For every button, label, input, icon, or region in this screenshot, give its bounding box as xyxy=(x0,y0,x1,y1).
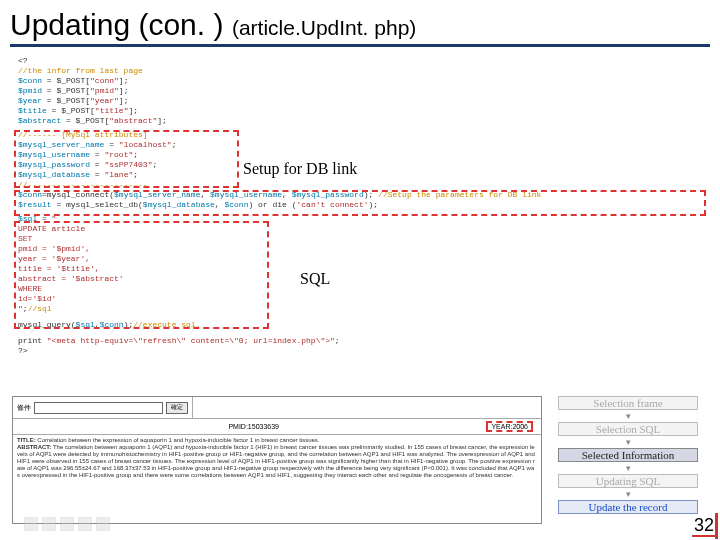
code-line: $pmid = $_POST["pmid"]; xyxy=(18,86,700,96)
search-button[interactable]: 確定 xyxy=(166,402,188,414)
pmid-value: 15033639 xyxy=(248,423,279,430)
highlight-box-mysql-attrs xyxy=(14,130,239,188)
highlight-box-sql xyxy=(14,221,269,329)
arrow-down-icon: ▾ xyxy=(558,465,698,471)
code-line: //the infor from last page xyxy=(18,66,700,76)
year-highlight: YEAR:2006 xyxy=(486,421,533,432)
year-label: YEAR: xyxy=(491,423,512,430)
code-line: print "<meta http-equiv=\"refresh\" cont… xyxy=(18,336,700,346)
slide-title: Updating (con. ) xyxy=(10,8,223,41)
form-preview: 條件 確定 PMID:15033639 YEAR:2006 TITLE: Cor… xyxy=(12,396,542,524)
arrow-down-icon: ▾ xyxy=(558,413,698,419)
code-line: <? xyxy=(18,56,700,66)
search-input[interactable] xyxy=(34,402,163,414)
code-line: $year = $_POST["year"]; xyxy=(18,96,700,106)
title-text: Correlation between the expression of aq… xyxy=(37,437,319,443)
flow-step-selection-sql: Selection SQL xyxy=(558,422,698,436)
title-label: TITLE: xyxy=(17,437,36,443)
abstract-text: The correlation between aquaporin 1 (AQP… xyxy=(17,444,535,478)
slide-title-bar: Updating (con. ) (article.UpdInt. php) xyxy=(10,8,710,47)
abstract-label: ABSTRACT: xyxy=(17,444,51,450)
slide-subtitle: (article.UpdInt. php) xyxy=(232,16,416,39)
pmid-label: PMID: xyxy=(228,423,247,430)
flow-step-selected-info: Selected Information xyxy=(558,448,698,462)
form-id-row: PMID:15033639 YEAR:2006 xyxy=(13,419,541,435)
footer-watermark xyxy=(24,516,164,532)
annotation-sql: SQL xyxy=(300,270,330,288)
code-line: $abstract = $_POST["abstract"]; xyxy=(18,116,700,126)
search-label: 條件 xyxy=(17,403,31,413)
form-search-row: 條件 確定 xyxy=(13,397,541,419)
annotation-setup: Setup for DB link xyxy=(243,160,357,178)
flow-panel: Selection frame ▾ Selection SQL ▾ Select… xyxy=(558,396,698,514)
year-value: 2006 xyxy=(512,423,528,430)
flow-step-update-record: Update the record xyxy=(558,500,698,514)
page-number: 32 xyxy=(694,515,714,536)
arrow-down-icon: ▾ xyxy=(558,439,698,445)
form-body: TITLE: Correlation between the expressio… xyxy=(13,435,541,481)
code-line: $title = $_POST["title"]; xyxy=(18,106,700,116)
code-line: ?> xyxy=(18,346,700,356)
flow-step-selection-frame: Selection frame xyxy=(558,396,698,410)
highlight-box-db-connect xyxy=(14,190,706,216)
arrow-down-icon: ▾ xyxy=(558,491,698,497)
flow-step-updating-sql: Updating SQL xyxy=(558,474,698,488)
code-line: $conn = $_POST["conn"]; xyxy=(18,76,700,86)
